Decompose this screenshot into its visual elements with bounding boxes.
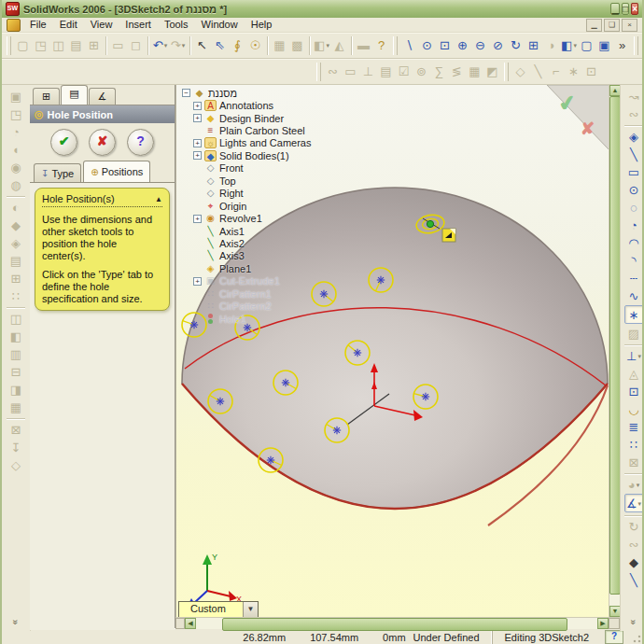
zoom-out-icon[interactable]: ⊖ [471, 37, 489, 54]
tree-item-material[interactable]: ≡Plain Carbon Steel [182, 124, 311, 136]
zoom-in-out-icon[interactable]: ⊕ [454, 37, 471, 54]
undo-dropdown-icon[interactable]: ▾ [164, 37, 168, 53]
point-icon[interactable]: ∗ [624, 305, 644, 324]
scroll-left-icon[interactable]: ◀ [185, 618, 196, 629]
hidden-lines-icon[interactable]: ▣ [595, 37, 613, 54]
tree-item-cirpattern2[interactable]: ∷CirPattern2 [182, 300, 311, 312]
expand-plus-icon[interactable]: + [193, 139, 202, 147]
menu-insert[interactable]: Insert [119, 18, 158, 32]
zoom-to-fit-icon[interactable]: ⊙ [418, 37, 436, 54]
tree-item-lights-cameras[interactable]: +☼Lights and Cameras [182, 137, 311, 149]
menu-tools[interactable]: Tools [158, 18, 195, 32]
tree-item-axis3[interactable]: ╲Axis3 [182, 250, 311, 262]
mdi-restore-button[interactable]: ❏ [604, 19, 620, 32]
three-point-arc-icon[interactable]: ◝ [625, 252, 643, 269]
resize-grip[interactable] [629, 631, 642, 644]
sketch-entity-icon[interactable]: ∮ [229, 37, 246, 54]
tree-item-plane1[interactable]: ◈Plane1 [182, 262, 311, 274]
sketch-icon[interactable]: ∡▾ [624, 494, 644, 512]
scroll-right-icon[interactable]: ▶ [597, 618, 609, 629]
toolbar-overflow-icon[interactable]: » [11, 620, 21, 625]
tab-type[interactable]: ↧Type [34, 163, 81, 182]
help-button[interactable]: ? [127, 129, 154, 156]
tree-item-top-plane[interactable]: ◇Top [182, 175, 311, 187]
view-selector-value[interactable]: Custom [179, 602, 243, 617]
line-3d-icon[interactable]: ╲ [625, 571, 643, 588]
select-icon[interactable]: ↖ [193, 37, 211, 54]
tree-item-hole1[interactable]: Hole1 [182, 313, 311, 325]
convert-entities-icon[interactable]: ⊡ [625, 383, 643, 399]
pin-icon[interactable]: ☉ [246, 37, 264, 54]
tree-item-design-binder[interactable]: +◆Design Binder [182, 112, 311, 124]
tree-item-cirpattern1[interactable]: ∷CirPattern1 [182, 287, 311, 300]
rotate-view-icon[interactable]: ↻ [507, 37, 525, 54]
tree-item-annotations[interactable]: +AAnnotations [182, 99, 311, 111]
status-help-icon[interactable]: ? [605, 630, 623, 644]
tab-positions[interactable]: ⊕Positions [83, 161, 150, 182]
tree-item-axis1[interactable]: ╲Axis1 [182, 225, 311, 237]
minimize-button[interactable]: ▁ [610, 3, 620, 15]
wireframe-icon[interactable]: ▢ [578, 37, 595, 54]
redo-dropdown-icon[interactable]: ▾ [182, 37, 186, 53]
featuremanager-tab[interactable]: ⊞ [33, 88, 60, 105]
maximize-button[interactable]: □ [622, 3, 629, 15]
select-filter-icon[interactable]: ⇖ [211, 37, 229, 54]
perimeter-circle-icon[interactable]: ◌ [625, 199, 643, 216]
centerpoint-arc-icon[interactable]: ◔ [625, 217, 643, 233]
filter-pen-icon[interactable]: ∖ [400, 37, 418, 54]
tree-item-cut-extrude1[interactable]: +▣Cut-Extrude1 [182, 275, 311, 287]
view-orientation-dropdown-icon[interactable]: ▾ [573, 37, 577, 53]
view-orientation-selector[interactable]: Custom ▼ [178, 601, 259, 617]
chevron-down-icon[interactable]: ▼ [243, 602, 258, 617]
tree-item-solid-bodies[interactable]: +◆Solid Bodies(1) [182, 149, 311, 161]
cancel-button[interactable]: ✘ [89, 129, 116, 156]
tree-item-right-plane[interactable]: ◇Right [182, 188, 311, 200]
configuration-tab[interactable]: ∡ [89, 88, 116, 105]
toolbar-overflow-icon[interactable]: » [629, 620, 639, 625]
offset-entities-icon[interactable]: ◡ [625, 400, 643, 417]
more-view-icon[interactable]: » [613, 37, 631, 54]
expand-plus-icon[interactable]: + [193, 277, 202, 286]
component-dropdown-icon[interactable]: ▾ [326, 37, 329, 53]
smart-dimension-dropdown-icon[interactable]: ▾ [637, 348, 641, 364]
sketch-fillet-dropdown-icon[interactable]: ▾ [637, 477, 640, 493]
tree-item-axis2[interactable]: ╲Axis2 [182, 237, 311, 249]
circle-icon[interactable]: ⊙ [625, 181, 643, 198]
rectangle-icon[interactable]: ▭ [625, 163, 643, 180]
confirm-cancel-icon[interactable]: ✘ [581, 119, 595, 138]
menu-window[interactable]: Window [195, 18, 245, 32]
view-orientation-icon[interactable]: ◧▾ [560, 37, 578, 54]
smart-dimension-icon[interactable]: ⊥▾ [625, 347, 643, 364]
propertymanager-tab[interactable]: ▤ [61, 85, 88, 105]
sketch-dropdown-icon[interactable]: ▾ [638, 496, 642, 511]
expand-plus-icon[interactable]: + [193, 215, 202, 223]
centerline-icon[interactable]: ┄ [625, 270, 643, 287]
mdi-close-button[interactable]: × [622, 19, 637, 32]
expand-minus-icon[interactable]: − [182, 89, 190, 97]
help-icon[interactable]: ? [372, 37, 390, 54]
tree-item-front-plane[interactable]: ◇Front [182, 162, 311, 175]
menu-view[interactable]: View [84, 18, 119, 32]
ok-button[interactable]: ✔ [50, 129, 77, 156]
plane-tool-icon[interactable]: ◆ [625, 553, 643, 570]
pan-icon[interactable]: ⊞ [525, 37, 542, 54]
tree-item-origin[interactable]: ⌖Origin [182, 200, 311, 212]
tree-item-part-root[interactable]: −◆מסננת [182, 87, 311, 99]
mirror-entities-icon[interactable]: ≣ [625, 418, 643, 435]
line-icon[interactable]: ╲ [625, 146, 643, 162]
mdi-minimize-button[interactable]: ▁ [586, 19, 602, 32]
expand-plus-icon[interactable]: + [193, 102, 202, 110]
horizontal-scroll-thumb[interactable] [222, 618, 567, 631]
tangent-arc-icon[interactable]: ◠ [625, 234, 643, 251]
horizontal-scrollbar[interactable]: ◀ ▶ [175, 617, 620, 629]
menu-help[interactable]: Help [245, 18, 279, 32]
tree-item-revolve1[interactable]: +◉Revolve1 [182, 212, 311, 224]
view-splitter-handle[interactable] [175, 618, 185, 629]
expand-plus-icon[interactable]: + [193, 114, 202, 122]
menu-edit[interactable]: Edit [53, 18, 84, 32]
close-button[interactable]: × [631, 3, 638, 15]
graphics-viewport[interactable]: Y X Z ✔ ✘ −◆מסננת+AAnnotations+◆Design B… [175, 85, 609, 617]
spline-icon[interactable]: ∿ [625, 287, 643, 304]
expand-plus-icon[interactable]: + [193, 151, 202, 160]
menu-file[interactable]: File [23, 18, 53, 32]
